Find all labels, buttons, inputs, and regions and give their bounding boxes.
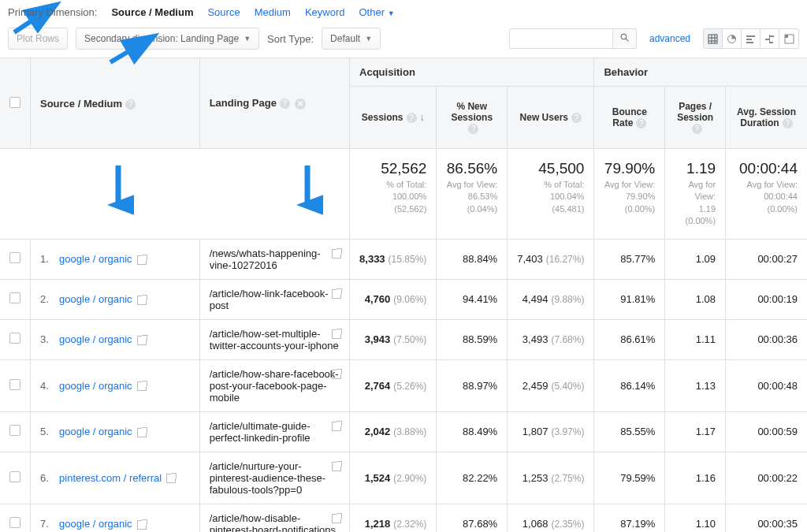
cell-sessions: 2,042(3.88%) <box>350 411 437 452</box>
help-icon[interactable]: ? <box>407 113 417 123</box>
summary-duration: 00:00:44Avg for View:00:00:44(0.00%) <box>726 149 807 240</box>
source-medium-link[interactable]: google / organic <box>59 253 132 265</box>
cell-new-users: 7,403(16.27%) <box>508 239 594 279</box>
search-button[interactable] <box>612 29 636 48</box>
open-external-icon[interactable] <box>137 336 147 345</box>
secondary-dimension-select[interactable]: Secondary dimension: Landing Page ▼ <box>76 28 259 50</box>
col-source-medium[interactable]: Source / Medium? <box>31 58 200 149</box>
open-external-icon[interactable] <box>166 474 176 483</box>
cell-bounce: 86.61% <box>594 319 665 359</box>
source-medium-link[interactable]: google / organic <box>59 293 132 305</box>
open-external-icon[interactable] <box>332 422 341 431</box>
source-medium-link[interactable]: google / organic <box>59 380 132 392</box>
col-bounce-rate[interactable]: Bounce Rate? <box>594 87 665 149</box>
cell-duration: 00:00:22 <box>726 452 807 504</box>
open-external-icon[interactable] <box>332 514 341 523</box>
dim-option-keyword[interactable]: Keyword <box>305 6 345 18</box>
cell-bounce: 91.81% <box>594 279 665 319</box>
view-comparison-button[interactable] <box>761 29 779 48</box>
open-external-icon[interactable] <box>332 289 341 299</box>
help-icon[interactable]: ? <box>692 124 702 134</box>
help-icon[interactable]: ? <box>571 113 582 123</box>
svg-rect-12 <box>746 35 755 37</box>
sort-type-select[interactable]: Default ▼ <box>322 28 381 50</box>
col-landing-page[interactable]: Landing Page?✕ <box>199 58 349 149</box>
summary-bounce: 79.90%Avg for View:79.90%(0.00%) <box>594 149 665 240</box>
view-bar-button[interactable] <box>742 29 761 48</box>
landing-page-text: /article/how-set-multiple-twitter-accoun… <box>210 328 339 352</box>
sort-type-label: Sort Type: <box>267 33 314 45</box>
dim-option-medium[interactable]: Medium <box>255 6 291 18</box>
cell-pages: 1.09 <box>665 239 726 279</box>
open-external-icon[interactable] <box>332 462 341 471</box>
col-pages-session[interactable]: Pages / Session? <box>665 87 726 149</box>
row-index: 1. <box>40 253 54 265</box>
dim-option-other[interactable]: Other ▼ <box>359 6 394 18</box>
open-external-icon[interactable] <box>332 370 341 379</box>
col-sessions[interactable]: Sessions?↓ <box>350 87 437 149</box>
view-pie-button[interactable] <box>723 29 742 48</box>
cell-pages: 1.10 <box>665 504 726 532</box>
open-external-icon[interactable] <box>332 249 341 259</box>
open-external-icon[interactable] <box>137 296 147 305</box>
row-index: 4. <box>40 380 54 392</box>
svg-rect-6 <box>708 35 717 43</box>
view-table-button[interactable] <box>704 29 723 48</box>
col-new-users[interactable]: New Users? <box>508 87 594 149</box>
cell-pages: 1.08 <box>665 279 726 319</box>
svg-rect-13 <box>746 39 752 40</box>
open-external-icon[interactable] <box>137 520 147 530</box>
help-icon[interactable]: ? <box>783 118 793 128</box>
help-icon[interactable]: ? <box>280 99 290 109</box>
primary-dimension-active[interactable]: Source / Medium <box>111 6 193 18</box>
open-external-icon[interactable] <box>137 255 147 265</box>
row-checkbox[interactable] <box>9 252 20 263</box>
chevron-down-icon: ▼ <box>244 35 251 43</box>
advanced-link[interactable]: advanced <box>649 33 690 44</box>
landing-page-text: /article/nurture-your-pinterest-audience… <box>210 460 325 496</box>
help-icon[interactable]: ? <box>125 99 136 110</box>
plot-rows-button[interactable]: Plot Rows <box>8 28 68 50</box>
help-icon[interactable]: ? <box>468 124 478 134</box>
cell-duration: 00:00:19 <box>726 279 807 319</box>
row-checkbox[interactable] <box>9 471 20 482</box>
search-input[interactable] <box>510 29 612 48</box>
row-checkbox[interactable] <box>9 333 20 344</box>
row-index: 6. <box>40 472 54 484</box>
svg-rect-14 <box>746 42 753 43</box>
cell-sessions: 4,760(9.06%) <box>350 279 437 319</box>
help-icon[interactable]: ? <box>636 118 646 128</box>
cell-pages: 1.17 <box>665 411 726 452</box>
open-external-icon[interactable] <box>137 428 147 437</box>
row-checkbox[interactable] <box>9 517 20 528</box>
source-medium-link[interactable]: pinterest.com / referral <box>59 472 162 484</box>
row-index: 5. <box>40 426 54 437</box>
open-external-icon[interactable] <box>332 329 341 339</box>
table-row: 5. google / organic/article/ultimate-gui… <box>0 411 807 452</box>
col-pct-new-sessions[interactable]: % New Sessions? <box>437 87 508 149</box>
cell-duration: 00:00:48 <box>726 359 807 411</box>
cell-new-users: 1,253(2.75%) <box>508 452 594 504</box>
row-checkbox[interactable] <box>9 292 20 303</box>
select-all-checkbox[interactable] <box>9 97 20 108</box>
search-box <box>509 28 637 49</box>
source-medium-link[interactable]: google / organic <box>59 426 132 437</box>
row-checkbox[interactable] <box>9 379 20 390</box>
source-medium-link[interactable]: google / organic <box>59 518 132 530</box>
col-avg-duration[interactable]: Avg. Session Duration? <box>726 87 807 149</box>
row-index: 3. <box>40 333 54 345</box>
view-pivot-button[interactable] <box>779 29 798 48</box>
cell-pages: 1.11 <box>665 319 726 359</box>
dim-option-source[interactable]: Source <box>207 6 240 18</box>
cell-duration: 00:00:59 <box>726 411 807 452</box>
chevron-down-icon: ▼ <box>388 9 395 17</box>
remove-secondary-dim-button[interactable]: ✕ <box>295 99 306 110</box>
select-all-header <box>0 58 31 149</box>
cell-new-users: 1,807(3.97%) <box>508 411 594 452</box>
cell-bounce: 79.59% <box>594 452 665 504</box>
source-medium-link[interactable]: google / organic <box>59 333 132 345</box>
row-checkbox[interactable] <box>9 425 20 436</box>
cell-pct-new: 82.22% <box>437 452 508 504</box>
cell-sessions: 8,333(15.85%) <box>350 239 437 279</box>
open-external-icon[interactable] <box>137 381 147 391</box>
